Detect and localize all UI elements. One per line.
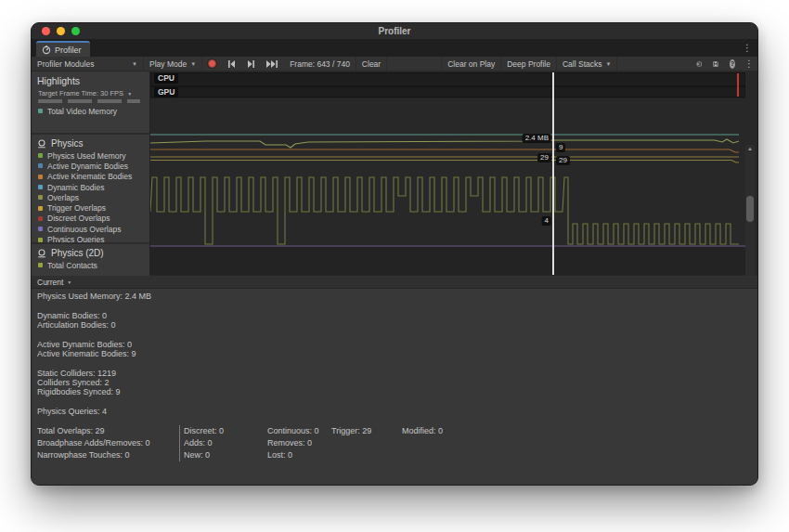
legend-color-swatch (38, 227, 43, 231)
detail-table-cell (331, 449, 402, 461)
tab-bar-kebab-menu-icon[interactable]: ⋮ (743, 44, 752, 53)
legend-label: Active Dynamic Bodies (47, 162, 128, 171)
legend-color-swatch (38, 216, 43, 221)
titlebar: Profiler (32, 23, 757, 40)
legend-color-swatch (38, 109, 43, 113)
legend-color-swatch (38, 175, 43, 179)
legend-item[interactable]: Physics Queries (32, 234, 149, 244)
call-stacks-label: Call Stacks (563, 59, 602, 69)
detail-table-cell: Modified: 0 (402, 425, 757, 437)
highlights-module-section: Highlights Target Frame Time: 30 FPS ▼ T… (32, 71, 149, 135)
record-button[interactable] (202, 57, 222, 71)
detail-table-cell: Continuous: 0 (267, 425, 331, 437)
toolbar-kebab-menu[interactable]: ⋮ (741, 57, 757, 71)
load-profile-button[interactable] (691, 57, 707, 71)
legend-color-swatch (38, 163, 43, 168)
detail-table-cell (402, 437, 757, 449)
deep-profile-button[interactable]: Deep Profile (501, 57, 557, 71)
current-frame-button[interactable] (261, 57, 284, 71)
legend-label: Overlaps (47, 193, 79, 202)
detail-table-row: Broadphase Adds/Removes: 0Adds: 0Removes… (37, 437, 757, 449)
call-stacks-dropdown[interactable]: Call Stacks ▼ (557, 57, 617, 71)
chart-value-badge: 29 (537, 153, 551, 162)
detail-table-cell: New: 0 (179, 449, 267, 461)
minimize-window-button[interactable] (57, 27, 65, 35)
chevron-down-icon: ▼ (127, 91, 132, 97)
deep-profile-label: Deep Profile (507, 59, 550, 69)
scrollbar-thumb[interactable] (746, 196, 754, 222)
detail-table-cell: Narrowphase Touches: 0 (37, 449, 179, 461)
profiler-charts[interactable]: CPU GPU 2.4 MB929294 (150, 71, 745, 276)
physics-icon (37, 139, 46, 149)
legend-label: Total Contacts (47, 261, 97, 270)
legend-label: Continuous Overlaps (47, 225, 121, 234)
legend-item[interactable]: Overlaps (32, 192, 149, 202)
physics-module-section: Physics Physics Used MemoryActive Dynami… (32, 135, 149, 244)
detail-table-row: Total Overlaps: 29Discreet: 0Continuous:… (37, 425, 757, 437)
clear-label: Clear (362, 59, 381, 69)
legend-color-swatch (38, 206, 43, 211)
chevron-down-icon: ▼ (67, 279, 71, 285)
legend-color-swatch (38, 238, 43, 242)
detail-stat-line: Physics Used Memory: 2.4 MB (37, 292, 757, 301)
load-icon (696, 59, 702, 69)
clear-button[interactable]: Clear (356, 57, 387, 71)
legend-label: Physics Used Memory (47, 151, 126, 161)
legend-label: Total Video Memory (47, 107, 117, 116)
frame-counter: Frame: 643 / 740 (284, 57, 356, 71)
next-frame-button[interactable] (241, 57, 261, 71)
legend-color-swatch (38, 263, 43, 267)
play-mode-label: Play Mode (149, 59, 187, 69)
detail-table-row: Narrowphase Touches: 0New: 0Lost: 0 (37, 449, 757, 461)
record-icon (208, 59, 216, 68)
detail-table-cell: Lost: 0 (267, 449, 331, 461)
module-sidebar: Highlights Target Frame Time: 30 FPS ▼ T… (32, 71, 150, 276)
legend-item[interactable]: Dynamic Bodies (32, 182, 149, 192)
help-button[interactable]: ? (724, 57, 741, 71)
detail-table-cell: Total Overlaps: 29 (37, 425, 179, 437)
help-icon: ? (730, 59, 735, 69)
highlights-module-title: Highlights (37, 75, 80, 86)
save-icon (713, 59, 718, 69)
physics2d-icon (37, 249, 46, 258)
legend-item[interactable]: Active Kinematic Bodies (32, 172, 149, 182)
legend-item[interactable]: Active Dynamic Bodies (32, 161, 149, 171)
legend-label: Discreet Overlaps (47, 214, 110, 223)
previous-frame-button[interactable] (222, 57, 241, 71)
profiler-modules-dropdown[interactable]: Profiler Modules ▼ (32, 57, 144, 71)
physics2d-module-title: Physics (2D) (51, 248, 104, 258)
detail-stat-line: Static Colliders: 1219 (37, 369, 757, 378)
chart-region: Highlights Target Frame Time: 30 FPS ▼ T… (32, 71, 757, 276)
kebab-menu-icon: ⋮ (744, 58, 754, 69)
target-frame-time-label: Target Frame Time: 30 FPS (38, 89, 123, 97)
window-title: Profiler (32, 26, 757, 36)
save-profile-button[interactable] (707, 57, 724, 71)
legend-item[interactable]: Trigger Overlaps (32, 202, 149, 213)
detail-stat-line: Active Dynamic Bodies: 0 (37, 340, 757, 349)
maximize-window-button[interactable] (71, 27, 80, 35)
legend-color-swatch (38, 195, 43, 200)
detail-table-cell: Adds: 0 (179, 437, 267, 449)
legend-item[interactable]: Continuous Overlaps (32, 224, 149, 234)
play-mode-dropdown[interactable]: Play Mode ▼ (144, 57, 202, 71)
legend-item[interactable]: Total Contacts (32, 260, 149, 270)
legend-item[interactable]: Total Video Memory (32, 106, 149, 116)
frame-counter-label: Frame: 643 / 740 (290, 59, 350, 69)
legend-color-swatch (38, 185, 43, 189)
clear-on-play-button[interactable]: Clear on Play (441, 57, 501, 71)
detail-table-cell: Discreet: 0 (179, 425, 267, 437)
legend-item[interactable]: Physics Used Memory (32, 150, 149, 161)
clear-on-play-label: Clear on Play (447, 59, 495, 69)
tab-profiler[interactable]: Profiler (36, 41, 90, 57)
profiler-modules-label: Profiler Modules (37, 59, 94, 69)
profiler-window: Profiler Profiler ⋮ Profiler Modules ▼ P… (31, 22, 758, 486)
legend-item[interactable]: Discreet Overlaps (32, 214, 149, 224)
tab-label: Profiler (55, 45, 82, 55)
legend-label: Dynamic Bodies (47, 183, 104, 192)
target-frame-time-dropdown[interactable]: Target Frame Time: 30 FPS ▼ (32, 88, 149, 99)
close-window-button[interactable] (42, 27, 50, 35)
chevron-down-icon: ▼ (190, 61, 196, 67)
scroll-up-icon[interactable]: ▲ (745, 146, 755, 151)
detail-stat-line: Rigidbodies Synced: 9 (37, 387, 757, 396)
details-mode-dropdown[interactable]: Current ▼ (37, 278, 71, 287)
